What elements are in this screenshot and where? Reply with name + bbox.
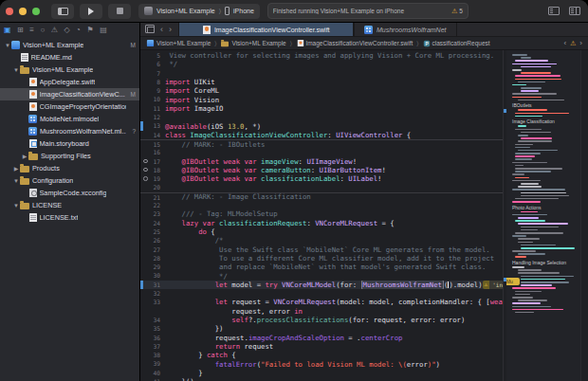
line-gutter[interactable]: 27 — [140, 245, 165, 254]
line-gutter[interactable]: 25 — [140, 227, 165, 236]
inline-warning-annotation[interactable]: ⚠'init()' is depre — [483, 281, 503, 289]
tree-item-cgimagepropertyorientation-[interactable]: CGImagePropertyOrientation... — [0, 100, 139, 113]
line-gutter[interactable]: 36 — [140, 334, 165, 342]
code-line-28[interactable]: 28 To use a different Core ML classifier… — [140, 254, 503, 263]
tree-item-vision-ml-example[interactable]: ▼Vision+ML ExampleM — [0, 39, 139, 51]
tree-item-readme-md[interactable]: README.md — [0, 51, 139, 64]
next-issue-button[interactable]: › — [579, 40, 582, 47]
code-line-18[interactable]: 18 @IBOutlet weak var cameraButton: UIBa… — [140, 166, 503, 174]
code-line-10[interactable]: 10import Vision — [140, 95, 503, 103]
line-gutter[interactable]: 37 — [140, 342, 165, 351]
debug-navigator-icon[interactable]: ◔ — [76, 27, 81, 34]
tree-item-supporting-files[interactable]: ▶Supporting Files — [0, 150, 139, 162]
line-gutter[interactable]: 31 — [140, 281, 165, 289]
code-line-26[interactable]: 26 /* — [140, 236, 503, 245]
previous-issue-button[interactable]: ‹ — [563, 40, 566, 47]
line-gutter[interactable]: 30 — [140, 271, 165, 280]
line-gutter[interactable]: 23 — [140, 209, 165, 218]
code-line-31[interactable]: 31 let model = try VNCoreMLModel(for: Mu… — [140, 281, 503, 289]
code-line-25[interactable]: 25 do { — [140, 227, 503, 236]
find-navigator-icon[interactable]: ○ — [40, 27, 45, 34]
code-line-24[interactable]: 24 lazy var classificationRequest: VNCor… — [140, 219, 503, 227]
code-line-15[interactable]: 15 // MARK: - IBOutlets — [140, 139, 503, 148]
line-gutter[interactable]: 9 — [140, 86, 165, 95]
breadcrumb-item[interactable]: ImageClassificationViewController.swift — [296, 39, 413, 47]
symbol-navigator-icon[interactable]: ≡ — [29, 27, 34, 34]
line-gutter[interactable]: 26 — [140, 236, 165, 245]
iboutlet-connection-icon[interactable] — [143, 168, 148, 172]
line-gutter[interactable]: 7 — [140, 69, 165, 78]
tree-item-products[interactable]: ▶Products — [0, 162, 139, 174]
line-gutter[interactable]: 6 — [140, 60, 165, 68]
line-gutter[interactable]: 19 — [140, 174, 165, 183]
warning-count-badge[interactable]: ⚠ 5 — [451, 8, 463, 14]
code-line-23[interactable]: 23 /// - Tag: MLModelSetup — [140, 209, 503, 218]
code-line-9[interactable]: 9import CoreML — [140, 86, 503, 95]
scheme-selector[interactable]: Vision+ML Example 〉 iPhone — [138, 4, 260, 19]
source-editor[interactable]: 5 View controller for selecting images a… — [140, 50, 503, 381]
zoom-window-button[interactable] — [32, 8, 40, 15]
code-line-17[interactable]: 17 @IBOutlet weak var imageView: UIImage… — [140, 157, 503, 166]
issue-navigator-icon[interactable]: ⚠ — [51, 27, 58, 34]
disclosure-triangle[interactable]: ▼ — [12, 178, 20, 184]
line-gutter[interactable]: 5 — [140, 51, 165, 60]
line-gutter[interactable]: 38 — [140, 351, 165, 359]
line-gutter[interactable]: 35 — [140, 324, 165, 333]
line-gutter[interactable]: 16 — [140, 148, 165, 156]
line-gutter[interactable]: 28 — [140, 254, 165, 263]
tree-item-license[interactable]: ▼LICENSE — [0, 199, 139, 211]
code-line-16[interactable]: 16 — [140, 148, 503, 156]
line-gutter[interactable]: 40 — [140, 369, 165, 377]
line-gutter[interactable]: 17 — [140, 157, 165, 166]
line-gutter[interactable]: 15 — [140, 140, 165, 148]
code-line-12[interactable]: 12 — [140, 113, 503, 121]
breadcrumb-item[interactable]: Vision+ML Example — [220, 39, 285, 47]
breakpoint-navigator-icon[interactable]: ⚑ — [86, 27, 93, 34]
tree-item-vision-ml-example[interactable]: ▼Vision+ML Example — [0, 64, 139, 76]
forward-button[interactable]: › — [169, 26, 172, 34]
report-navigator-icon[interactable]: ▤ — [100, 27, 107, 34]
code-line-39[interactable]: 39 fatalError("Failed to load Vision ML … — [140, 359, 503, 368]
code-line-36[interactable]: 36 request.imageCropAndScaleOption = .ce… — [140, 334, 503, 342]
project-navigator-icon[interactable]: ▣ — [4, 27, 11, 34]
line-gutter[interactable]: 10 — [140, 95, 165, 103]
code-line-19[interactable]: 19 @IBOutlet weak var classificationLabe… — [140, 174, 503, 183]
breadcrumb-item[interactable]: Vision+ML Example — [146, 39, 211, 47]
code-line-41[interactable]: 41 }() — [140, 377, 503, 381]
code-line-8[interactable]: 8import UIKit — [140, 78, 503, 86]
code-line-14[interactable]: 14class ImageClassificationViewControlle… — [140, 131, 503, 139]
stop-button[interactable] — [108, 4, 131, 19]
line-gutter[interactable]: 34 — [140, 316, 165, 324]
tree-item-mushroomswolframnet-ml-[interactable]: MushroomsWolframNet.ml...? — [0, 125, 139, 137]
code-line-11[interactable]: 11import ImageIO — [140, 104, 503, 113]
tree-item-samplecode-xcconfig[interactable]: SampleCode.xcconfig — [0, 187, 139, 199]
code-line-40[interactable]: 40 } — [140, 369, 503, 377]
code-line-21[interactable]: 21 // MARK: - Image Classification — [140, 192, 503, 201]
line-gutter[interactable]: 21 — [140, 193, 165, 201]
line-gutter[interactable]: 11 — [140, 104, 165, 113]
minimap-warning-tag[interactable]: 'Mu — [506, 278, 520, 285]
line-gutter[interactable]: 20 — [140, 183, 165, 191]
tree-item-configuration[interactable]: ▼Configuration — [0, 174, 139, 187]
tree-item-main-storyboard[interactable]: Main.storyboard — [0, 137, 139, 150]
code-line-38[interactable]: 38 } catch { — [140, 351, 503, 359]
close-window-button[interactable] — [6, 8, 13, 15]
line-gutter[interactable]: 22 — [140, 201, 165, 209]
minimize-window-button[interactable] — [19, 8, 27, 15]
line-gutter[interactable]: 41 — [140, 377, 165, 381]
iboutlet-connection-icon[interactable] — [143, 176, 148, 181]
test-navigator-icon[interactable]: ◇ — [64, 27, 69, 34]
line-gutter[interactable]: 12 — [140, 113, 165, 121]
code-line-35[interactable]: 35 }) — [140, 324, 503, 333]
iboutlet-connection-icon[interactable] — [143, 159, 148, 164]
run-button[interactable] — [80, 4, 102, 19]
code-line-30[interactable]: 30 */ — [140, 271, 503, 280]
minimap[interactable]: IBOutletsImage ClassificationPhoto Actio… — [506, 50, 580, 381]
source-control-navigator-icon[interactable]: ⊞ — [17, 27, 24, 34]
line-gutter[interactable]: 39 — [140, 359, 165, 368]
disclosure-triangle[interactable]: ▼ — [12, 67, 20, 73]
line-gutter[interactable]: 18 — [140, 166, 165, 174]
disclosure-triangle[interactable]: ▼ — [4, 43, 11, 48]
related-items-icon[interactable] — [147, 27, 155, 33]
disclosure-triangle[interactable]: ▶ — [12, 165, 20, 172]
